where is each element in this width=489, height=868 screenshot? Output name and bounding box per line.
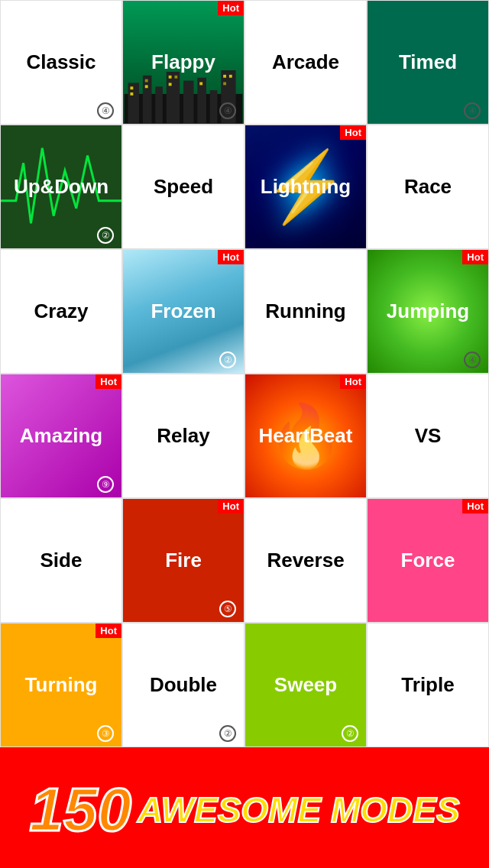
hot-badge: Hot (96, 623, 121, 638)
mode-label: Fire (165, 549, 202, 572)
game-mode-cell[interactable]: Sweep② (244, 623, 367, 747)
banner-number: 150 (29, 775, 131, 845)
game-mode-cell[interactable]: Crazy (0, 249, 122, 374)
svg-rect-16 (199, 83, 202, 86)
bottom-banner: 150 AWESOME MODES (0, 747, 489, 868)
hot-badge: Hot (96, 374, 121, 389)
svg-rect-19 (229, 75, 232, 78)
mode-label: Side (40, 549, 83, 572)
mode-label: Race (404, 175, 452, 199)
mode-label: Amazing (20, 424, 102, 448)
mode-number: ④ (464, 351, 481, 368)
mode-label: HeartBeat (259, 424, 353, 448)
mode-number: ② (97, 227, 114, 244)
svg-rect-17 (223, 75, 226, 78)
game-mode-cell[interactable]: Classic④ (0, 0, 122, 125)
svg-rect-5 (183, 81, 194, 124)
mode-label: VS (415, 424, 442, 448)
hot-badge: Hot (340, 374, 366, 389)
hot-badge: Hot (218, 1, 244, 15)
mode-number: ② (219, 351, 236, 368)
game-mode-cell[interactable]: Up&Down② (0, 125, 122, 249)
hot-badge: Hot (462, 499, 488, 513)
game-modes-grid: Classic④ (0, 0, 489, 747)
svg-rect-4 (167, 72, 180, 124)
game-mode-cell[interactable]: Double② (122, 623, 244, 747)
game-mode-cell[interactable]: HotTurning③ (0, 623, 122, 747)
mode-label: Turning (25, 673, 98, 697)
game-mode-cell[interactable]: Relay (122, 374, 244, 498)
hot-badge: Hot (462, 250, 488, 264)
game-mode-cell[interactable]: 🔥HotHeartBeat (244, 374, 367, 498)
hot-badge: Hot (340, 125, 366, 140)
svg-rect-2 (143, 76, 152, 124)
svg-rect-14 (174, 76, 177, 79)
game-mode-cell[interactable]: VS (367, 374, 489, 498)
game-mode-cell[interactable]: HotFlappy④ (122, 0, 244, 125)
game-mode-cell[interactable]: HotJumping④ (367, 249, 489, 374)
mode-label: Classic (26, 50, 96, 74)
svg-rect-9 (130, 87, 133, 90)
svg-rect-11 (145, 79, 148, 83)
game-mode-cell[interactable]: Side (0, 498, 122, 623)
mode-label: Triple (401, 673, 454, 697)
banner-text: AWESOME MODES (138, 789, 460, 831)
svg-rect-1 (128, 83, 139, 124)
svg-rect-10 (130, 92, 133, 96)
mode-label: Sweep (274, 673, 337, 697)
game-mode-cell[interactable]: HotAmazing⑨ (0, 374, 122, 498)
mode-label: Lightning (261, 175, 351, 199)
mode-label: Running (265, 300, 345, 323)
game-mode-cell[interactable]: Running (244, 249, 367, 374)
mode-label: Up&Down (14, 175, 108, 199)
mode-number: ③ (97, 725, 114, 742)
mode-label: Relay (157, 424, 209, 448)
mode-label: Jumping (387, 300, 469, 323)
game-mode-cell[interactable]: HotFrozen② (122, 249, 244, 374)
game-mode-cell[interactable]: Arcade (244, 0, 367, 125)
mode-label: Reverse (267, 549, 344, 572)
game-mode-cell[interactable]: ⚡HotLightning (244, 125, 367, 249)
svg-rect-13 (169, 76, 172, 79)
svg-rect-18 (223, 83, 226, 86)
mode-label: Speed (154, 175, 213, 199)
game-mode-cell[interactable]: Triple (367, 623, 489, 747)
mode-label: Double (150, 673, 217, 697)
mode-label: Force (401, 549, 455, 572)
mode-number: ④ (97, 102, 114, 119)
mode-label: Arcade (272, 50, 339, 74)
svg-rect-12 (145, 86, 148, 89)
mode-label: Crazy (34, 300, 89, 323)
mode-number: ⑨ (97, 476, 114, 493)
game-mode-cell[interactable]: Speed (122, 125, 244, 249)
mode-number: ④ (464, 102, 481, 119)
mode-label: Timed (399, 50, 457, 74)
svg-rect-7 (210, 91, 218, 124)
mode-number: ⑤ (219, 601, 236, 617)
mode-number: ② (219, 725, 236, 742)
game-mode-cell[interactable]: Timed④ (367, 0, 489, 125)
game-mode-cell[interactable]: Race (367, 125, 489, 249)
mode-label: Frozen (151, 300, 215, 323)
mode-number: ② (342, 725, 358, 742)
hot-badge: Hot (218, 250, 244, 264)
game-mode-cell[interactable]: HotFire⑤ (122, 498, 244, 623)
hot-badge: Hot (218, 499, 244, 513)
svg-rect-3 (155, 87, 163, 124)
mode-number: ④ (219, 102, 236, 119)
game-mode-cell[interactable]: Reverse (244, 498, 367, 623)
game-mode-cell[interactable]: HotForce (367, 498, 489, 623)
mode-label: Flappy (151, 50, 215, 74)
svg-rect-15 (169, 83, 172, 86)
